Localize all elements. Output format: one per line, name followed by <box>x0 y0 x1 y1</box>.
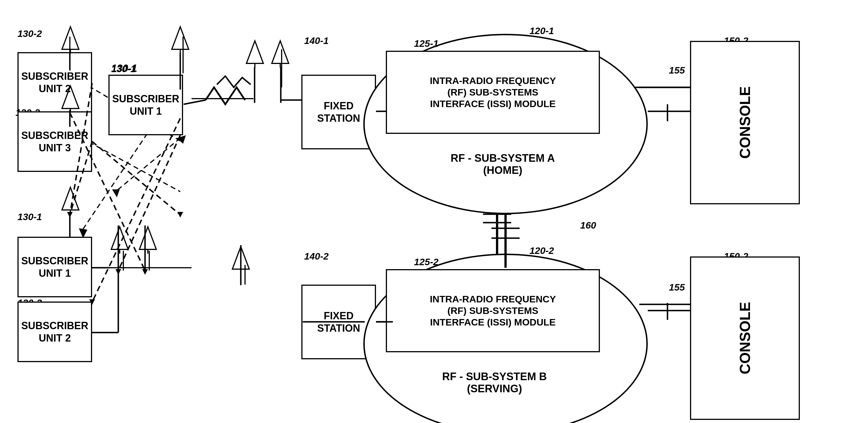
rf-signal-top <box>214 73 253 96</box>
svg-marker-77 <box>116 269 121 275</box>
svg-marker-25 <box>62 27 79 49</box>
antenna-sub3 <box>61 85 80 113</box>
rf-subsystem-b-label: RF - SUB-SYSTEM B(SERVING) <box>442 370 547 395</box>
label-130-2-top: 130-2 <box>18 28 42 39</box>
label-155-top: 155 <box>669 65 685 76</box>
antenna-fixed-top-right <box>270 39 290 68</box>
antenna-fixed-top-left <box>245 39 265 68</box>
subscriber-unit-3: SUBSCRIBERUNIT 3 <box>18 111 92 172</box>
svg-line-71 <box>92 118 180 302</box>
label-155-bot: 155 <box>669 282 685 293</box>
svg-marker-33 <box>272 41 289 63</box>
console-bot: CONSOLE <box>690 256 800 420</box>
svg-marker-13 <box>112 189 120 197</box>
diagram: 130-2 SUBSCRIBERUNIT 2 130-3 SUBSCRIBERU… <box>0 0 868 423</box>
svg-marker-35 <box>62 187 79 210</box>
antenna-sub2-bot <box>110 225 129 253</box>
label-140-2: 140-2 <box>304 251 329 262</box>
issi-bot-box: INTRA-RADIO FREQUENCY(RF) SUB-SYSTEMSINT… <box>386 269 600 352</box>
label-140-1: 140-1 <box>304 35 329 46</box>
svg-line-12 <box>116 138 180 192</box>
svg-line-73 <box>92 142 180 215</box>
rf-subsystem-a-label: RF - SUB-SYSTEM A(HOME) <box>451 152 555 176</box>
svg-marker-10 <box>177 135 186 144</box>
antenna-sub1-top <box>170 25 190 54</box>
svg-marker-79 <box>142 269 148 275</box>
console-top: CONSOLE <box>690 41 800 204</box>
svg-marker-27 <box>62 86 79 109</box>
svg-line-11 <box>82 138 180 192</box>
antenna-right-sub1-bot <box>138 225 158 253</box>
subscriber-unit-2-top: SUBSCRIBERUNIT 2 <box>18 52 92 113</box>
svg-line-48 <box>184 100 206 104</box>
issi-top-box: INTRA-RADIO FREQUENCY(RF) SUB-SYSTEMSINT… <box>386 51 600 134</box>
label-120-2: 120-2 <box>529 245 554 256</box>
subscriber-unit-1-top: SUBSCRIBERUNIT 1 <box>108 75 183 135</box>
label-120-1: 120-1 <box>529 25 554 36</box>
antenna-sub1-bot <box>61 186 80 214</box>
svg-marker-41 <box>232 247 249 269</box>
subscriber-unit-1-bot: SUBSCRIBERUNIT 1 <box>18 237 92 297</box>
antenna-fixed-bot <box>231 245 251 273</box>
label-130-1-bot: 130-1 <box>18 211 42 222</box>
svg-marker-37 <box>140 227 156 249</box>
subscriber-unit-2-bot: SUBSCRIBERUNIT 2 <box>18 302 92 362</box>
label-130-1-top-correct: 130-1 <box>111 63 137 74</box>
label-160: 160 <box>580 220 596 231</box>
antenna-sub2-top <box>61 25 80 54</box>
label-125-1: 125-1 <box>414 38 438 49</box>
svg-marker-74 <box>178 212 183 217</box>
label-125-2: 125-2 <box>414 256 438 267</box>
svg-marker-39 <box>111 227 128 249</box>
svg-marker-29 <box>172 27 189 49</box>
svg-marker-31 <box>246 41 263 63</box>
